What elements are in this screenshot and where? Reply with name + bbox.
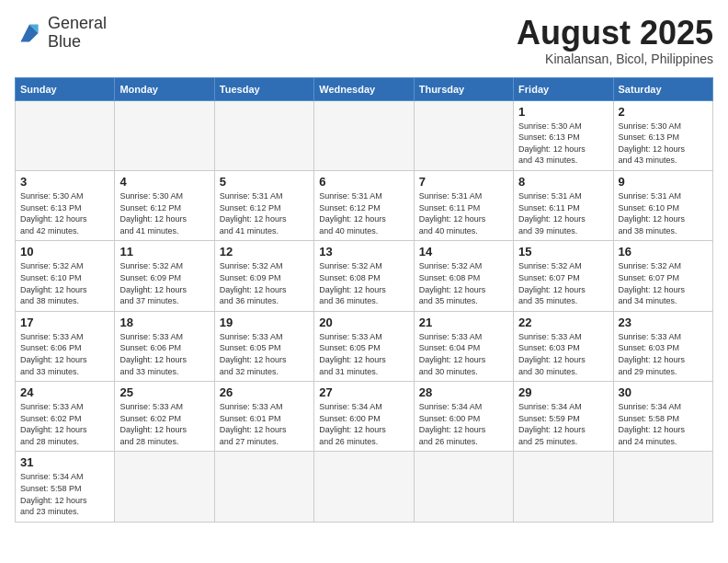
calendar-cell: 9Sunrise: 5:31 AM Sunset: 6:10 PM Daylig… [613, 170, 712, 240]
day-number: 14 [419, 245, 508, 259]
calendar-cell [414, 452, 513, 522]
day-number: 27 [319, 385, 408, 399]
week-row-6: 31Sunrise: 5:34 AM Sunset: 5:58 PM Dayli… [16, 452, 713, 522]
day-number: 28 [419, 385, 508, 399]
day-number: 31 [20, 455, 109, 469]
calendar-cell: 29Sunrise: 5:34 AM Sunset: 5:59 PM Dayli… [514, 382, 613, 452]
calendar-title-section: August 2025 Kinalansan, Bicol, Philippin… [517, 15, 713, 66]
day-number: 10 [20, 245, 109, 259]
day-info: Sunrise: 5:34 AM Sunset: 5:58 PM Dayligh… [619, 401, 708, 447]
calendar-cell [115, 452, 214, 522]
calendar-cell: 3Sunrise: 5:30 AM Sunset: 6:13 PM Daylig… [16, 170, 115, 240]
day-number: 23 [619, 316, 708, 329]
logo: General Blue [15, 15, 107, 52]
calendar-cell: 19Sunrise: 5:33 AM Sunset: 6:05 PM Dayli… [214, 311, 313, 381]
day-info: Sunrise: 5:32 AM Sunset: 6:09 PM Dayligh… [220, 260, 309, 306]
weekday-header-tuesday: Tuesday [214, 77, 313, 100]
calendar-cell: 23Sunrise: 5:33 AM Sunset: 6:03 PM Dayli… [613, 311, 712, 381]
day-info: Sunrise: 5:30 AM Sunset: 6:13 PM Dayligh… [518, 121, 608, 167]
day-info: Sunrise: 5:33 AM Sunset: 6:04 PM Dayligh… [419, 331, 508, 377]
weekday-header-saturday: Saturday [613, 77, 712, 100]
week-row-2: 3Sunrise: 5:30 AM Sunset: 6:13 PM Daylig… [16, 170, 713, 240]
calendar-table: SundayMondayTuesdayWednesdayThursdayFrid… [15, 77, 713, 523]
day-number: 5 [220, 175, 309, 189]
day-info: Sunrise: 5:32 AM Sunset: 6:08 PM Dayligh… [419, 260, 508, 306]
day-number: 30 [619, 385, 708, 399]
weekday-header-friday: Friday [514, 77, 613, 100]
calendar-cell: 31Sunrise: 5:34 AM Sunset: 5:58 PM Dayli… [16, 452, 115, 522]
day-number: 6 [319, 175, 408, 189]
calendar-cell [314, 100, 414, 170]
calendar-cell: 1Sunrise: 5:30 AM Sunset: 6:13 PM Daylig… [514, 100, 613, 170]
calendar-cell: 30Sunrise: 5:34 AM Sunset: 5:58 PM Dayli… [613, 382, 712, 452]
day-number: 2 [619, 105, 708, 119]
day-info: Sunrise: 5:31 AM Sunset: 6:12 PM Dayligh… [220, 190, 309, 236]
day-number: 11 [119, 245, 209, 259]
calendar-cell: 26Sunrise: 5:33 AM Sunset: 6:01 PM Dayli… [214, 382, 313, 452]
calendar-cell: 20Sunrise: 5:33 AM Sunset: 6:05 PM Dayli… [314, 311, 414, 381]
calendar-cell [214, 100, 313, 170]
weekday-header-sunday: Sunday [16, 77, 115, 100]
calendar-cell [314, 452, 414, 522]
calendar-cell [414, 100, 513, 170]
calendar-cell: 15Sunrise: 5:32 AM Sunset: 6:07 PM Dayli… [514, 241, 613, 311]
calendar-cell: 25Sunrise: 5:33 AM Sunset: 6:02 PM Dayli… [115, 382, 214, 452]
page-header: General Blue August 2025 Kinalansan, Bic… [15, 15, 713, 66]
weekday-header-wednesday: Wednesday [314, 77, 414, 100]
day-number: 15 [518, 245, 608, 259]
day-number: 17 [20, 316, 109, 329]
day-info: Sunrise: 5:32 AM Sunset: 6:08 PM Dayligh… [319, 260, 408, 306]
day-info: Sunrise: 5:33 AM Sunset: 6:03 PM Dayligh… [619, 331, 708, 377]
calendar-cell [115, 100, 214, 170]
day-number: 24 [20, 385, 109, 399]
day-info: Sunrise: 5:33 AM Sunset: 6:02 PM Dayligh… [20, 401, 109, 447]
calendar-cell: 21Sunrise: 5:33 AM Sunset: 6:04 PM Dayli… [414, 311, 513, 381]
day-info: Sunrise: 5:32 AM Sunset: 6:10 PM Dayligh… [20, 260, 109, 306]
calendar-cell: 6Sunrise: 5:31 AM Sunset: 6:12 PM Daylig… [314, 170, 414, 240]
day-number: 26 [220, 385, 309, 399]
calendar-cell: 4Sunrise: 5:30 AM Sunset: 6:12 PM Daylig… [115, 170, 214, 240]
day-info: Sunrise: 5:33 AM Sunset: 6:06 PM Dayligh… [119, 331, 209, 377]
week-row-5: 24Sunrise: 5:33 AM Sunset: 6:02 PM Dayli… [16, 382, 713, 452]
day-info: Sunrise: 5:30 AM Sunset: 6:12 PM Dayligh… [119, 190, 209, 236]
calendar-cell: 22Sunrise: 5:33 AM Sunset: 6:03 PM Dayli… [514, 311, 613, 381]
day-number: 16 [619, 245, 708, 259]
calendar-month-year: August 2025 [517, 15, 713, 52]
calendar-cell [214, 452, 313, 522]
day-info: Sunrise: 5:32 AM Sunset: 6:09 PM Dayligh… [119, 260, 209, 306]
day-number: 25 [119, 385, 209, 399]
day-number: 21 [419, 316, 508, 329]
day-info: Sunrise: 5:31 AM Sunset: 6:10 PM Dayligh… [619, 190, 708, 236]
calendar-cell: 14Sunrise: 5:32 AM Sunset: 6:08 PM Dayli… [414, 241, 513, 311]
day-number: 4 [119, 175, 209, 189]
calendar-cell: 11Sunrise: 5:32 AM Sunset: 6:09 PM Dayli… [115, 241, 214, 311]
logo-icon [15, 18, 44, 48]
day-info: Sunrise: 5:34 AM Sunset: 5:58 PM Dayligh… [20, 471, 109, 517]
calendar-cell [613, 452, 712, 522]
day-number: 9 [619, 175, 708, 189]
calendar-cell: 5Sunrise: 5:31 AM Sunset: 6:12 PM Daylig… [214, 170, 313, 240]
week-row-4: 17Sunrise: 5:33 AM Sunset: 6:06 PM Dayli… [16, 311, 713, 381]
day-info: Sunrise: 5:31 AM Sunset: 6:11 PM Dayligh… [518, 190, 608, 236]
day-info: Sunrise: 5:31 AM Sunset: 6:12 PM Dayligh… [319, 190, 408, 236]
day-info: Sunrise: 5:33 AM Sunset: 6:05 PM Dayligh… [220, 331, 309, 377]
logo-text: General Blue [48, 15, 107, 52]
calendar-cell: 28Sunrise: 5:34 AM Sunset: 6:00 PM Dayli… [414, 382, 513, 452]
day-info: Sunrise: 5:31 AM Sunset: 6:11 PM Dayligh… [419, 190, 508, 236]
day-number: 7 [419, 175, 508, 189]
calendar-cell: 12Sunrise: 5:32 AM Sunset: 6:09 PM Dayli… [214, 241, 313, 311]
day-number: 8 [518, 175, 608, 189]
day-number: 18 [119, 316, 209, 329]
day-number: 29 [518, 385, 608, 399]
weekday-header-monday: Monday [115, 77, 214, 100]
day-info: Sunrise: 5:33 AM Sunset: 6:03 PM Dayligh… [518, 331, 608, 377]
calendar-cell: 2Sunrise: 5:30 AM Sunset: 6:13 PM Daylig… [613, 100, 712, 170]
week-row-1: 1Sunrise: 5:30 AM Sunset: 6:13 PM Daylig… [16, 100, 713, 170]
day-number: 22 [518, 316, 608, 329]
day-number: 20 [319, 316, 408, 329]
day-info: Sunrise: 5:34 AM Sunset: 6:00 PM Dayligh… [319, 401, 408, 447]
calendar-cell: 18Sunrise: 5:33 AM Sunset: 6:06 PM Dayli… [115, 311, 214, 381]
calendar-cell: 24Sunrise: 5:33 AM Sunset: 6:02 PM Dayli… [16, 382, 115, 452]
day-info: Sunrise: 5:32 AM Sunset: 6:07 PM Dayligh… [619, 260, 708, 306]
calendar-cell: 8Sunrise: 5:31 AM Sunset: 6:11 PM Daylig… [514, 170, 613, 240]
